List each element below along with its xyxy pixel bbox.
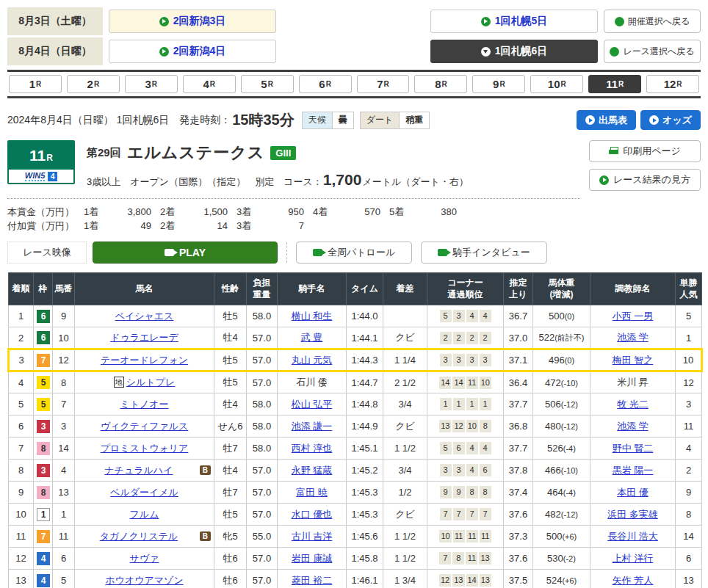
sex-age: 牡6 xyxy=(214,570,247,588)
horse-name-link[interactable]: シルトプレ xyxy=(126,377,176,388)
finish-time: 1:45.1 xyxy=(347,438,383,460)
back-to-race-select-button[interactable]: レース選択へ戻る xyxy=(604,40,701,63)
trainer-name-link[interactable]: 牧 光二 xyxy=(617,399,649,410)
meeting-button-sapporo5[interactable]: 1回札幌5日 xyxy=(430,10,598,33)
horse-weight-diff: (-12) xyxy=(561,510,578,519)
horse-name-link[interactable]: ホウオウアマゾン xyxy=(105,575,183,586)
odds-button[interactable]: オッズ xyxy=(640,110,701,130)
play-button[interactable]: PLAY xyxy=(93,242,278,264)
frame-cell: 7 xyxy=(34,349,53,371)
trainer-name-link[interactable]: 池添 学 xyxy=(617,332,649,343)
corner-position-box: 3 xyxy=(453,310,465,322)
jockey-name-link[interactable]: 岩田 康誠 xyxy=(292,553,333,564)
patrol-video-button[interactable]: 全周パトロール xyxy=(296,242,412,264)
back-to-meeting-select-button[interactable]: 開催選択へ戻る xyxy=(604,10,701,33)
horse-weight: 522(前計不) xyxy=(533,327,590,349)
race-tab-4R[interactable]: 4R xyxy=(183,75,236,93)
table-row-pos-3: 3712テーオードレフォン牡557.0丸山 元気1:44.31 1/433333… xyxy=(9,349,702,371)
horse-name-link[interactable]: フルム xyxy=(130,509,159,520)
horse-name-link[interactable]: タガノクリステル xyxy=(100,531,178,542)
corner-position-box: 7 xyxy=(453,508,465,520)
horse-number: 3 xyxy=(53,415,75,438)
trainer-name-link[interactable]: 黒岩 陽一 xyxy=(613,465,654,476)
horse-number: 9 xyxy=(53,305,75,327)
jockey-cell: 富田 暁 xyxy=(278,482,347,504)
jockey-name-link[interactable]: 横山 和生 xyxy=(292,311,333,322)
race-tab-7R[interactable]: 7R xyxy=(357,75,410,93)
trainer-name-link[interactable]: 池添 学 xyxy=(617,421,649,432)
race-tab-suffix: R xyxy=(36,80,41,88)
load-weight: 57.0 xyxy=(247,504,278,526)
prize-pair: 3着950 xyxy=(236,205,313,219)
race-tab-12R[interactable]: 12R xyxy=(646,75,699,93)
frame-badge: 5 xyxy=(37,398,50,411)
jockey-interview-button[interactable]: 騎手インタビュー xyxy=(421,242,547,264)
frame-badge: 3 xyxy=(37,420,50,433)
table-row-pos-11: 11711タガノクリステルB牝555.0古川 吉洋1:45.61 1/21011… xyxy=(9,526,702,548)
frame-badge: 5 xyxy=(37,376,50,389)
horse-name-link[interactable]: ミトノオー xyxy=(120,399,168,410)
horse-name-link[interactable]: プロミストウォリア xyxy=(101,443,189,454)
corner-position-box: 13 xyxy=(479,552,491,565)
race-tab-2R[interactable]: 2R xyxy=(67,75,120,93)
entries-button[interactable]: 出馬表 xyxy=(577,110,636,130)
meeting-button-sapporo6-selected[interactable]: 1回札幌6日 xyxy=(430,40,598,63)
race-tab-9R[interactable]: 9R xyxy=(472,75,525,93)
spacer xyxy=(276,37,425,65)
track-label: ダート xyxy=(361,112,400,128)
race-conditions: 3歳以上 オープン（国際）（指定） 別定 コース： 1,700 メートル（ダート… xyxy=(87,171,589,189)
trainer-name-link[interactable]: 小西 一男 xyxy=(613,311,654,322)
jockey-name-link[interactable]: 池添 謙一 xyxy=(292,421,333,432)
horse-name-link[interactable]: サヴァ xyxy=(130,553,159,564)
race-tab-10R[interactable]: 10R xyxy=(530,75,583,93)
corner-position-box: 14 xyxy=(439,377,451,389)
jockey-name-link[interactable]: 松山 弘平 xyxy=(292,399,333,410)
trainer-name-link[interactable]: 矢作 芳人 xyxy=(613,575,654,586)
trainer-name-link[interactable]: 長谷川 浩大 xyxy=(607,531,658,542)
load-weight: 58.0 xyxy=(247,393,278,415)
horse-name-link[interactable]: ドゥラエレーデ xyxy=(110,332,178,343)
meeting-button-niigata4[interactable]: 2回新潟4日 xyxy=(109,40,276,63)
race-number: 11R xyxy=(9,142,73,170)
prize-row-label: 本賞金（万円） xyxy=(7,205,84,219)
race-tab-11R[interactable]: 11R xyxy=(588,75,641,93)
trainer-name-link[interactable]: 本田 優 xyxy=(617,487,649,498)
corner-position-box: 11 xyxy=(466,530,478,542)
race-tab-3R[interactable]: 3R xyxy=(125,75,178,93)
jockey-name-link[interactable]: 富田 暁 xyxy=(296,487,328,498)
table-header-9: コーナー通過順位 xyxy=(427,273,504,305)
sex-age: 牡5 xyxy=(214,371,247,393)
table-header-10: 推定上り xyxy=(504,273,533,305)
jockey-name-link[interactable]: 菱田 裕二 xyxy=(292,575,333,586)
jockey-name-link[interactable]: 水口 優也 xyxy=(292,509,333,520)
race-tab-1R[interactable]: 1R xyxy=(9,75,62,93)
corner-position-box: 5 xyxy=(440,442,452,454)
jockey-name-link[interactable]: 武 豊 xyxy=(301,332,323,343)
corner-position-box: 7 xyxy=(480,508,491,520)
jockey-name-link[interactable]: 丸山 元気 xyxy=(292,355,333,366)
horse-name-link[interactable]: ヴィクティファルス xyxy=(101,421,189,432)
result-guide-button[interactable]: レース結果の見方 xyxy=(589,169,701,191)
trainer-name-link[interactable]: 上村 洋行 xyxy=(613,553,654,564)
trainer-name-link[interactable]: 梅田 智之 xyxy=(613,355,654,366)
race-tab-6R[interactable]: 6R xyxy=(299,75,352,93)
finish-time: 1:45.3 xyxy=(347,482,383,504)
jockey-name-link[interactable]: 古川 吉洋 xyxy=(292,531,333,542)
horse-name-link[interactable]: ナチュラルハイ xyxy=(104,465,173,476)
horse-name-link[interactable]: ペイシャエス xyxy=(115,311,174,322)
chevron-down-circle-icon xyxy=(481,47,491,57)
trainer-name-link[interactable]: 浜田 多実雄 xyxy=(607,509,658,520)
trainer-name-link[interactable]: 野中 賢二 xyxy=(613,443,654,454)
jockey-name-link[interactable]: 西村 淳也 xyxy=(292,443,333,454)
horse-name-link[interactable]: テーオードレフォン xyxy=(101,355,188,366)
date-row-saturday: 8月3日（土曜） 2回新潟3日 1回札幌5日 開催選択へ戻る xyxy=(7,7,701,35)
meeting-button-niigata3[interactable]: 2回新潟3日 xyxy=(109,10,276,33)
horse-name-link[interactable]: ベルダーイメル xyxy=(110,487,178,498)
print-page-button[interactable]: 印刷用ページ xyxy=(589,140,701,162)
race-tab-5R[interactable]: 5R xyxy=(241,75,294,93)
win-popularity: 3 xyxy=(676,393,702,415)
jockey-name-link[interactable]: 永野 猛蔵 xyxy=(292,465,333,476)
horse-weight-diff: (0) xyxy=(565,356,574,365)
trainer-name-link: 米川 昇 xyxy=(617,377,649,388)
race-tab-8R[interactable]: 8R xyxy=(414,75,467,93)
